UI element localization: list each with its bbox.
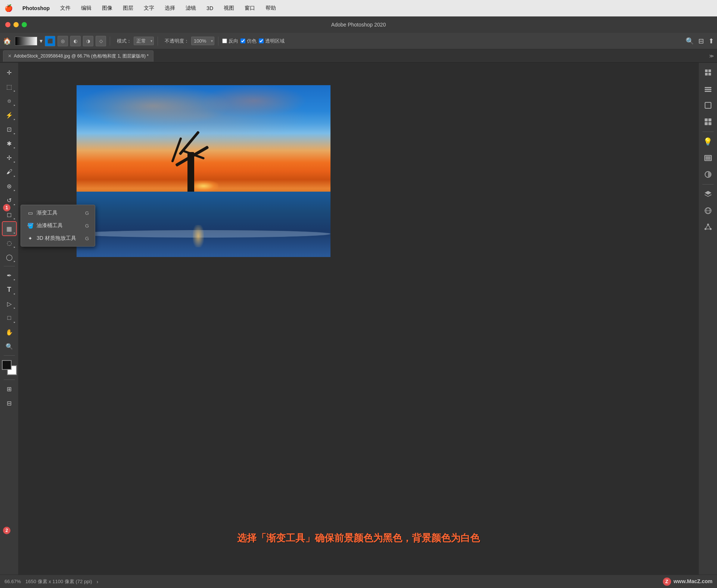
menu-view[interactable]: 视图 (221, 4, 236, 12)
hand-tool[interactable]: ✋ (3, 325, 16, 339)
foreground-color-swatch[interactable] (2, 360, 12, 370)
marquee-tool[interactable]: ⬚ ▸ (3, 80, 16, 93)
opacity-select-wrapper[interactable]: 100% (191, 37, 214, 45)
eyedropper-tool[interactable]: ✱ ▸ (3, 137, 16, 150)
sphere-icon (704, 207, 712, 215)
material-tool-menu-item[interactable]: ✦ 3D 材质拖放工具 G (21, 232, 95, 245)
menu-image[interactable]: 图像 (100, 4, 115, 12)
quick-select-tool[interactable]: ⚡ ▸ (3, 108, 16, 122)
menu-3d[interactable]: 3D (204, 4, 215, 12)
menu-help[interactable]: 帮助 (263, 4, 278, 12)
path-select-tool[interactable]: ▷ ▸ (3, 297, 16, 310)
shape-tool[interactable]: □ ▸ (3, 311, 16, 325)
right-tool-adjust[interactable] (701, 99, 715, 112)
status-arrow[interactable]: › (97, 579, 99, 585)
color-swatch[interactable] (1, 359, 18, 376)
svg-rect-6 (705, 91, 711, 92)
blur-icon: ◌ (7, 239, 12, 247)
layers-icon (704, 85, 712, 93)
gradient-tool-menu-item[interactable]: ▭ 渐变工具 G (21, 207, 95, 219)
menu-photoshop[interactable]: Photoshop (20, 4, 52, 12)
heal-icon: ✢ (7, 154, 12, 161)
extra-tool-2[interactable]: ⊟ (3, 396, 16, 410)
heal-tool[interactable]: ✢ ▸ (3, 151, 16, 164)
zoom-tool[interactable]: 🔍 (3, 340, 16, 353)
hand-icon: ✋ (6, 329, 13, 336)
extra-tool-1[interactable]: ⊞ (3, 382, 16, 396)
menu-layer[interactable]: 图层 (121, 4, 136, 12)
menu-window[interactable]: 窗口 (242, 4, 257, 12)
imitate-checkbox[interactable] (240, 38, 245, 43)
menu-select[interactable]: 选择 (162, 4, 177, 12)
right-tool-circle[interactable] (701, 168, 715, 181)
titlebar: Adobe Photoshop 2020 (0, 16, 717, 33)
pen-tool[interactable]: ✒ ▸ (3, 269, 16, 282)
reverse-checkbox-group[interactable]: 反向 (222, 38, 238, 44)
dodge-icon: ◯ (6, 254, 13, 261)
menu-filter[interactable]: 滤镜 (183, 4, 198, 12)
tool-arrow-eyedropper: ▸ (14, 146, 15, 149)
maximize-button[interactable] (22, 22, 27, 27)
share-icon[interactable]: ⬆ (708, 37, 714, 45)
crop-tool[interactable]: ⊡ ▸ (3, 123, 16, 136)
tab-close-icon[interactable]: ✕ (8, 53, 12, 59)
reverse-checkbox[interactable] (222, 38, 227, 43)
menu-file[interactable]: 文件 (58, 4, 73, 12)
right-tool-grid[interactable] (701, 115, 715, 129)
transparency-checkbox[interactable] (259, 38, 264, 43)
transparency-checkbox-group[interactable]: 透明区域 (259, 38, 285, 44)
canvas-area: 选择「渐变工具」确保前景颜色为黑色，背景颜色为白色 (19, 63, 698, 575)
text-tool[interactable]: T ▸ (3, 283, 16, 296)
nodes-icon (704, 223, 712, 231)
close-button[interactable] (5, 22, 10, 27)
opacity-select[interactable]: 100% (191, 37, 214, 45)
brush-tool[interactable]: 🖌 ▸ (3, 165, 16, 179)
workspace-icon[interactable]: ⊟ (698, 37, 704, 45)
svg-rect-3 (708, 73, 711, 75)
home-icon[interactable]: 🏠 (3, 37, 11, 45)
mode-select[interactable]: 正常 (134, 37, 154, 45)
right-tool-properties[interactable] (701, 66, 715, 79)
blur-tool[interactable]: ◌ ▸ (3, 236, 16, 250)
gradient-reflected-btn[interactable]: ◑ (83, 36, 93, 46)
right-tool-nodes[interactable] (701, 220, 715, 234)
tool-arrow-blur: ▸ (14, 245, 15, 249)
gradient-preview[interactable] (15, 37, 37, 46)
imitate-label: 仿色 (247, 38, 257, 44)
apple-menu[interactable]: 🍎 (4, 4, 13, 12)
tab-item[interactable]: ✕ AdobeStock_203958648.jpg @ 66.7% (色相/饱… (3, 50, 153, 62)
right-tool-light[interactable]: 💡 (701, 135, 715, 148)
paintbucket-tool-menu-item[interactable]: 🪣 油漆桶工具 G (21, 219, 95, 232)
gradient-diamond-btn[interactable]: ◇ (96, 36, 106, 46)
window-title: Adobe Photoshop 2020 (331, 22, 386, 28)
move-tool[interactable]: ✛ (3, 66, 16, 79)
gradient-radial-btn[interactable]: ◎ (58, 36, 68, 46)
gradient-angle-btn[interactable]: ◐ (70, 36, 81, 46)
gradient-tool[interactable]: ▦ ▸ (3, 222, 16, 235)
path-select-icon: ▷ (7, 300, 12, 307)
gradient-linear-btn[interactable]: ⬛ (45, 36, 55, 46)
gradient-dropdown-arrow[interactable]: ▾ (40, 37, 43, 44)
svg-rect-10 (705, 122, 708, 125)
right-tool-image[interactable] (701, 151, 715, 165)
pen-icon: ✒ (7, 272, 12, 279)
tool-divider-1 (4, 266, 15, 266)
menu-edit[interactable]: 编辑 (79, 4, 94, 12)
right-tool-stack[interactable] (701, 188, 715, 201)
search-icon[interactable]: 🔍 (686, 37, 694, 45)
minimize-button[interactable] (13, 22, 19, 27)
material-tool-label: 3D 材质拖放工具 (37, 235, 76, 242)
lasso-tool[interactable]: ⌾ ▸ (3, 94, 16, 108)
dodge-tool[interactable]: ◯ ▸ (3, 250, 16, 264)
right-tool-sphere[interactable] (701, 204, 715, 217)
menu-text[interactable]: 文字 (142, 4, 156, 12)
clone-tool[interactable]: ⊛ ▸ (3, 179, 16, 193)
tool-arrow-text: ▸ (14, 292, 15, 295)
panel-collapse-icon[interactable]: ≫ (709, 53, 714, 59)
mode-select-wrapper[interactable]: 正常 (134, 37, 154, 45)
tool-arrow-lasso: ▸ (14, 103, 15, 107)
right-divider-2 (702, 184, 714, 185)
imitate-checkbox-group[interactable]: 仿色 (240, 38, 257, 44)
tab-title: AdobeStock_203958648.jpg @ 66.7% (色相/饱和度… (14, 53, 149, 59)
right-tool-layers[interactable] (701, 82, 715, 96)
